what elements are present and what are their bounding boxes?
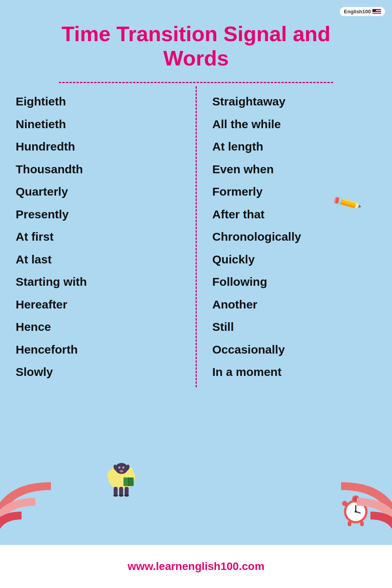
right-word-item: Another: [212, 293, 377, 316]
right-word-item: Chronologically: [212, 225, 377, 248]
left-word-item: At last: [16, 248, 180, 271]
sheep-illustration: [102, 455, 141, 498]
title-line1: Time Transition Signal and: [62, 22, 330, 45]
word-columns: EightiethNinetiethHundredthThousandthQua…: [0, 86, 392, 387]
svg-point-25: [124, 494, 129, 497]
right-word-item: All the while: [212, 113, 377, 136]
svg-rect-17: [114, 487, 118, 495]
left-word-item: Thousandth: [16, 158, 180, 181]
footer-url: www.learnenglish100.com: [127, 560, 264, 573]
left-word-item: Starting with: [16, 270, 180, 293]
watermark: English100: [340, 7, 385, 16]
svg-point-16: [120, 470, 123, 472]
svg-point-13: [123, 467, 124, 468]
left-column: EightiethNinetiethHundredthThousandthQua…: [0, 86, 197, 387]
svg-rect-19: [125, 487, 129, 495]
right-word-item: In a moment: [212, 361, 377, 383]
right-word-item: Following: [212, 270, 377, 293]
left-word-item: Hence: [16, 316, 180, 338]
flag-icon: [372, 9, 381, 15]
footer: www.learnenglish100.com: [0, 545, 392, 588]
left-word-item: Eightieth: [16, 90, 180, 113]
left-word-item: Henceforth: [16, 338, 180, 361]
svg-rect-18: [119, 487, 123, 495]
left-word-item: Hundredth: [16, 135, 180, 158]
horizontal-divider: [59, 82, 333, 83]
svg-point-23: [113, 494, 118, 497]
right-column: StraightawayAll the whileAt lengthEven w…: [197, 86, 392, 387]
right-word-item: Occasionally: [212, 338, 377, 361]
title-line2: Words: [163, 46, 229, 70]
right-word-item: Quickly: [212, 248, 377, 271]
left-word-item: Hereafter: [16, 293, 180, 316]
svg-point-24: [119, 494, 123, 497]
page-title: Time Transition Signal and Words: [0, 0, 392, 78]
left-word-item: Ninetieth: [16, 113, 180, 136]
right-word-item: Even when: [212, 158, 377, 181]
svg-point-8: [111, 475, 121, 486]
arch-right-decoration: [341, 482, 392, 545]
watermark-text: English100: [344, 9, 371, 15]
svg-point-12: [120, 467, 120, 468]
right-word-item: Still: [212, 316, 377, 338]
right-word-item: At length: [212, 135, 377, 158]
right-word-item: Straightaway: [212, 90, 377, 113]
arch-left-decoration: [0, 482, 51, 545]
left-word-item: Quarterly: [16, 180, 180, 203]
left-word-item: At first: [16, 225, 180, 248]
svg-rect-21: [123, 477, 129, 486]
left-word-item: Slowly: [16, 361, 180, 383]
left-word-item: Presently: [16, 203, 180, 226]
